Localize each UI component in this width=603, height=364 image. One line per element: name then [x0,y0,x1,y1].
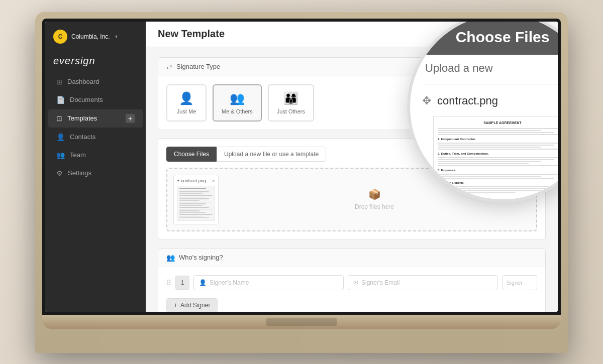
trackpad[interactable] [266,318,337,326]
main-content: New Template Help ⇄ Signature Type [146,22,558,312]
settings-icon: ⚙ [56,169,63,177]
sig-option-label: Just Others [277,108,305,114]
signers-label: Who's signing? [179,254,223,261]
zoom-drag-icon: ✥ [422,94,431,107]
sidebar-item-label: Settings [68,169,91,177]
sidebar-item-documents[interactable]: 📄 Documents [48,91,143,108]
zoom-section-4: 4. Written Reports. [438,181,558,185]
single-person-icon: 👤 [175,91,197,105]
chevron-down-icon: ▾ [115,34,118,39]
signer-row: ⠿ 1 👤 Signer's Name ✉ Signer's Email [166,275,537,290]
add-template-icon[interactable]: + [126,114,135,123]
signature-type-label: Signature Type [176,63,220,70]
signer-role-input[interactable]: Signer [502,275,537,290]
sig-option-me-and-others[interactable]: 👥 Me & Others [213,84,262,122]
sidebar-item-team[interactable]: 👥 Team [48,147,143,164]
zoom-file-row: ✥ contract.png ✕ [410,86,558,116]
signer-email-placeholder: Signer's Email [361,279,399,286]
sidebar-item-contacts[interactable]: 👤 Contacts [48,129,143,146]
signer-number: 1 [175,276,189,290]
group-person-icon: 👥 [222,91,253,105]
laptop-bottom [42,315,561,329]
file-preview: + contract.png × [173,175,219,224]
sidebar-brand[interactable]: C Columbia, Inc. ▾ [45,22,146,48]
plus-icon: + [177,178,179,183]
eversign-logo: eversign [45,50,146,73]
signer-name-placeholder: Signer's Name [210,279,249,286]
sig-option-just-others[interactable]: 👨‍👩‍👦 Just Others [268,84,314,122]
file-name: + contract.png [177,178,206,183]
sidebar-item-settings[interactable]: ⚙ Settings [48,165,143,182]
sidebar-item-label: Dashboard [67,78,99,85]
screen-bezel: C Columbia, Inc. ▾ eversign ⊞ Dashboard … [42,19,561,315]
zoom-section-3: 3. Expenses. [438,168,558,173]
drag-handle-icon[interactable]: ⠿ [166,279,171,287]
sig-option-label: Me & Others [222,108,253,114]
sidebar-item-templates[interactable]: ⊡ Templates + [48,109,143,128]
sig-option-just-me[interactable]: 👤 Just Me [166,84,207,122]
signer-role-placeholder: Signer [507,280,523,286]
file-close-icon[interactable]: × [212,178,215,184]
signer-email-input[interactable]: ✉ Signer's Email [348,275,498,290]
screen: C Columbia, Inc. ▾ eversign ⊞ Dashboard … [45,22,558,312]
page-title: New Template [158,28,225,40]
laptop-shell: C Columbia, Inc. ▾ eversign ⊞ Dashboard … [35,12,568,353]
plus-icon: + [174,302,177,309]
company-name: Columbia, Inc. [71,33,110,40]
sidebar-item-label: Contacts [70,133,95,141]
brand-logo: C [53,30,67,44]
zoom-section-1: 1. Independent Contractor. [438,137,558,142]
team-icon: 👥 [56,151,65,159]
tab-choose-files[interactable]: Choose Files [166,147,217,162]
signer-name-input[interactable]: 👤 Signer's Name [193,275,344,290]
tab-upload[interactable]: Upload a new file or use a template [217,147,326,162]
zoom-doc-preview: SAMPLE AGREEMENT 1. Independent Contract… [433,116,558,199]
templates-icon: ⊡ [56,114,62,123]
zoom-divider [424,84,558,84]
drop-icon: 📦 [368,188,381,200]
arrows-icon: ⇄ [166,63,172,71]
zoom-filename: contract.png [437,94,558,107]
file-preview-header: + contract.png × [177,178,215,184]
add-signer-button[interactable]: + Add Signer [166,298,218,312]
file-thumbnail [177,186,215,221]
zoom-section-2: 2. Duties, Term, and Compensation. [438,152,558,156]
sidebar-item-label: Documents [70,96,103,103]
zoom-doc-title: SAMPLE AGREEMENT [438,120,558,126]
sidebar-item-label: Templates [67,114,97,122]
email-icon: ✉ [353,279,358,286]
multi-person-icon: 👨‍👩‍👦 [277,91,305,105]
sidebar-item-dashboard[interactable]: ⊞ Dashboard [48,73,143,90]
signers-icon: 👥 [166,254,175,262]
zoom-upload-text: Upload a new [410,55,558,82]
signers-header: 👥 Who's signing? [158,249,545,267]
person-icon: 👤 [199,279,207,286]
documents-icon: 📄 [56,96,65,104]
contacts-icon: 👤 [56,133,65,141]
sig-option-label: Just Me [175,108,197,114]
signers-card: 👥 Who's signing? ⠿ 1 👤 Signer's Name [158,248,546,312]
signers-body: ⠿ 1 👤 Signer's Name ✉ Signer's Email [158,267,545,312]
sidebar-item-label: Team [70,151,86,159]
sidebar: C Columbia, Inc. ▾ eversign ⊞ Dashboard … [45,22,146,312]
dashboard-icon: ⊞ [56,78,62,86]
